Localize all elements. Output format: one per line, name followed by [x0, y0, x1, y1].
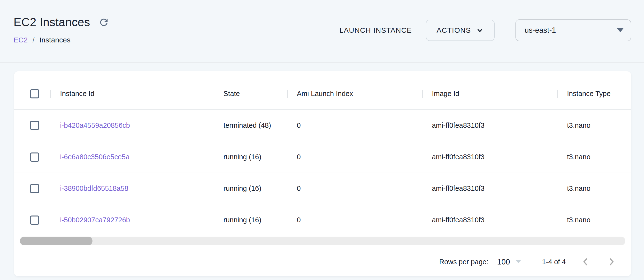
next-page-button[interactable]	[606, 256, 617, 268]
chevron-right-icon	[606, 256, 617, 268]
image-id-cell: ami-ff0fea8310f3	[422, 121, 557, 129]
instance-type-cell: t3.nano	[557, 184, 631, 192]
controls-divider	[505, 24, 505, 36]
actions-button[interactable]: ACTIONS	[426, 20, 494, 41]
row-checkbox-cell	[14, 184, 50, 193]
column-separator	[287, 90, 288, 98]
rows-per-page-label: Rows per page:	[439, 258, 488, 266]
header-checkbox-cell	[14, 89, 50, 98]
row-checkbox-cell	[14, 215, 50, 225]
ami-launch-index-cell: 0	[287, 153, 422, 161]
instances-card: Instance Id State Ami Launch Index Image…	[14, 71, 631, 276]
table-row: i-38900bdfd65518a58 running (16) 0 ami-f…	[14, 173, 631, 204]
image-id-cell: ami-ff0fea8310f3	[422, 153, 557, 161]
rows-per-page-value: 100	[497, 257, 510, 266]
column-separator	[557, 90, 558, 98]
state-cell: terminated (48)	[214, 121, 287, 129]
select-row-checkbox[interactable]	[30, 184, 39, 193]
page-header: EC2 Instances EC2 / Instances LAUNCH INS…	[0, 0, 644, 63]
select-row-checkbox[interactable]	[30, 215, 39, 225]
breadcrumb-current: Instances	[40, 36, 70, 44]
row-checkbox-cell	[14, 121, 50, 130]
column-header-label: Ami Launch Index	[297, 90, 353, 97]
rows-per-page-arrow-icon	[516, 260, 521, 263]
instance-type-cell: t3.nano	[557, 153, 631, 161]
state-cell: running (16)	[214, 216, 287, 224]
column-separator	[214, 90, 214, 98]
chevron-left-icon	[580, 256, 592, 268]
instance-id-link[interactable]: i-50b02907ca792726b	[60, 216, 130, 224]
select-row-checkbox[interactable]	[30, 152, 39, 162]
column-header-label: Image Id	[432, 90, 459, 97]
actions-button-label: ACTIONS	[436, 26, 471, 35]
header-controls: LAUNCH INSTANCE ACTIONS us-east-1	[340, 20, 631, 41]
instance-type-cell: t3.nano	[557, 121, 631, 129]
image-id-cell: ami-ff0fea8310f3	[422, 184, 557, 192]
instance-id-cell: i-b420a4559a20856cb	[50, 121, 214, 129]
column-header-instance-id[interactable]: Instance Id	[50, 90, 214, 98]
ami-launch-index-cell: 0	[287, 216, 422, 224]
table-row: i-b420a4559a20856cb terminated (48) 0 am…	[14, 110, 631, 141]
instance-id-link[interactable]: i-38900bdfd65518a58	[60, 184, 128, 192]
instance-type-cell: t3.nano	[557, 216, 631, 224]
instance-id-cell: i-50b02907ca792726b	[50, 216, 214, 224]
column-header-label: Instance Id	[60, 90, 94, 97]
instance-id-cell: i-6e6a80c3506e5ce5a	[50, 153, 214, 161]
instances-table: Instance Id State Ami Launch Index Image…	[14, 71, 631, 236]
region-selector[interactable]: us-east-1	[516, 20, 631, 41]
instance-id-link[interactable]: i-6e6a80c3506e5ce5a	[60, 153, 130, 161]
chevron-down-icon	[476, 26, 484, 35]
row-checkbox-cell	[14, 152, 50, 162]
title-block: EC2 Instances EC2 / Instances	[14, 16, 110, 44]
column-separator	[50, 90, 51, 98]
column-header-state[interactable]: State	[214, 90, 287, 98]
column-header-instance-type[interactable]: Instance Type	[557, 90, 631, 98]
breadcrumb: EC2 / Instances	[14, 36, 110, 44]
column-separator	[422, 90, 423, 98]
dropdown-arrow-icon	[617, 28, 624, 32]
state-cell: running (16)	[214, 153, 287, 161]
column-header-image-id[interactable]: Image Id	[422, 90, 557, 98]
table-header-row: Instance Id State Ami Launch Index Image…	[14, 78, 631, 110]
refresh-button[interactable]	[97, 16, 110, 29]
region-selector-value: us-east-1	[525, 26, 556, 35]
page-title: EC2 Instances	[14, 16, 90, 29]
state-cell: running (16)	[214, 184, 287, 192]
select-all-checkbox[interactable]	[30, 89, 39, 98]
ami-launch-index-cell: 0	[287, 121, 422, 129]
instance-id-link[interactable]: i-b420a4559a20856cb	[60, 121, 130, 129]
ec2-instances-page: EC2 Instances EC2 / Instances LAUNCH INS…	[0, 0, 644, 280]
breadcrumb-separator: /	[32, 36, 34, 44]
launch-instance-button[interactable]: LAUNCH INSTANCE	[340, 26, 412, 35]
breadcrumb-link-ec2[interactable]: EC2	[14, 36, 28, 44]
rows-per-page-select[interactable]: 100	[497, 257, 520, 266]
pagination-range: 1-4 of 4	[542, 258, 566, 266]
column-header-label: State	[224, 90, 240, 97]
table-row: i-50b02907ca792726b running (16) 0 ami-f…	[14, 204, 631, 236]
horizontal-scrollbar[interactable]	[20, 237, 625, 245]
table-row: i-6e6a80c3506e5ce5a running (16) 0 ami-f…	[14, 141, 631, 173]
column-header-ami-launch-index[interactable]: Ami Launch Index	[287, 90, 422, 98]
column-header-label: Instance Type	[567, 90, 610, 97]
image-id-cell: ami-ff0fea8310f3	[422, 216, 557, 224]
instance-id-cell: i-38900bdfd65518a58	[50, 184, 214, 192]
previous-page-button[interactable]	[580, 256, 592, 268]
pagination: Rows per page: 100 1-4 of 4	[14, 245, 631, 276]
select-row-checkbox[interactable]	[30, 121, 39, 130]
refresh-icon	[98, 17, 110, 28]
horizontal-scrollbar-thumb[interactable]	[20, 237, 92, 245]
ami-launch-index-cell: 0	[287, 184, 422, 192]
